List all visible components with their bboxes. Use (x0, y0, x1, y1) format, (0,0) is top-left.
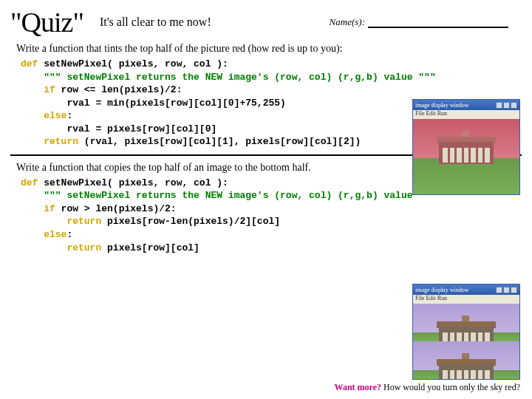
colon: : (66, 229, 72, 240)
kw-def: def (21, 177, 44, 188)
cond: row <= len(pixels)/2: (55, 84, 183, 95)
window-titlebar: image display window (413, 284, 519, 295)
stmt: rval = pixels[row][col][0] (21, 123, 216, 134)
stmt: rval = min(pixels[row][col][0]+75,255) (21, 98, 286, 109)
question1-prompt: Write a function that tints the top half… (16, 43, 522, 55)
window-buttons (496, 102, 517, 109)
columns (440, 148, 491, 163)
name-field: Name(s): (330, 16, 508, 28)
cond: row > len(pixels)/2: (55, 203, 177, 214)
image-canvas-mirrored (413, 304, 519, 379)
header: "Quiz" It's all clear to me now! Name(s)… (10, 6, 522, 38)
window-title: image display window (415, 102, 468, 109)
image-canvas-tinted (413, 119, 519, 194)
name-label: Name(s): (330, 16, 365, 28)
fn-sig: setNewPixel( pixels, row, col ): (44, 177, 228, 188)
footer-prompt: Want more? How would you turn only the s… (335, 382, 520, 393)
retval: pixels[row-len(pixels)/2][col] (107, 216, 280, 227)
kw-else: else (21, 110, 66, 121)
window-titlebar: image display window (413, 100, 519, 110)
colon: : (66, 110, 72, 121)
retval: pixels[row][col] (107, 242, 200, 253)
close-icon[interactable] (511, 287, 517, 293)
columns-bottom (440, 370, 491, 379)
max-icon[interactable] (503, 102, 510, 109)
docstring: """ setNewPixel returns the NEW image's … (21, 72, 436, 83)
mirrored-bottom (413, 341, 519, 379)
window-buttons (496, 287, 517, 293)
result-image-window-2: image display window File Edit Run (412, 284, 520, 380)
min-icon[interactable] (496, 287, 502, 293)
window-menubar: File Edit Run (413, 295, 519, 304)
extra-question: How would you turn only the sky red? (381, 382, 520, 392)
retval: (rval, pixels[row][col][1], pixels[row][… (84, 136, 361, 147)
kw-if: if (21, 84, 55, 95)
window-menubar: File Edit Run (413, 110, 519, 119)
kw-if: if (21, 203, 55, 214)
kw-def: def (21, 58, 44, 69)
docstring: """ setNewPixel returns the NEW image's … (21, 190, 436, 201)
quiz-title: "Quiz" (10, 6, 83, 38)
result-image-window-1: image display window File Edit Run (412, 99, 520, 195)
close-icon[interactable] (511, 102, 517, 109)
name-input-line[interactable] (368, 18, 508, 28)
min-icon[interactable] (496, 102, 502, 109)
kw-return: return (21, 136, 84, 147)
window-title: image display window (415, 287, 468, 293)
subtitle: It's all clear to me now! (100, 16, 211, 29)
max-icon[interactable] (503, 287, 510, 293)
kw-else: else (21, 229, 66, 240)
kw-return: return (21, 216, 107, 227)
want-more-label: Want more? (335, 382, 381, 392)
fn-sig: setNewPixel( pixels, row, col ): (44, 58, 228, 69)
kw-return: return (21, 242, 107, 253)
